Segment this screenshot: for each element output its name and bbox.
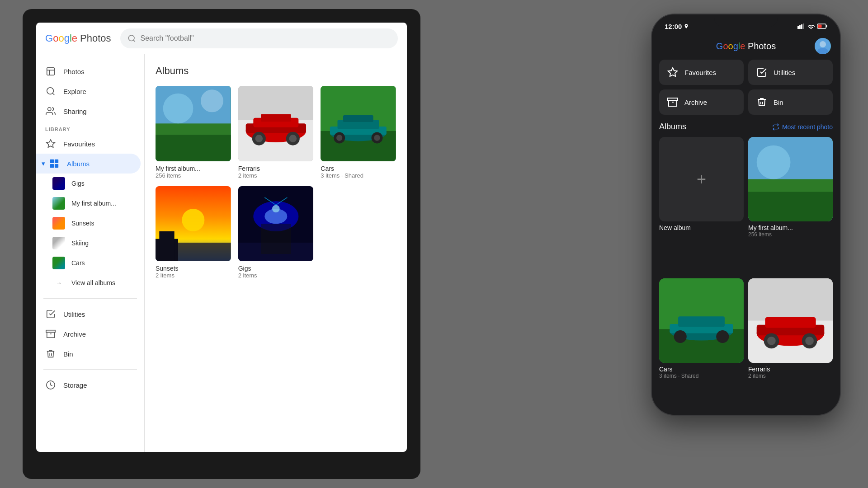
sidebar-label-photos: Photos <box>63 68 85 75</box>
album-image-gigs <box>238 186 314 262</box>
sub-album-gigs[interactable]: Gigs <box>45 174 141 193</box>
album-name-sunsets: Sunsets <box>156 265 231 272</box>
album-meta-cars: 3 items · Shared <box>321 172 396 179</box>
album-meta-my-first: 256 items <box>156 172 231 179</box>
phone-album-image-ferraris <box>748 278 833 363</box>
sub-thumb-skiing <box>52 237 65 249</box>
sub-album-cars[interactable]: Cars <box>45 253 141 273</box>
albums-expand-icon: ▾ <box>42 160 45 168</box>
phone-device: 12:00 <box>651 14 841 416</box>
phone-album-new[interactable]: + New album <box>659 137 744 274</box>
sidebar-item-favourites[interactable]: Favourites <box>36 134 141 154</box>
svg-rect-9 <box>46 330 55 333</box>
sidebar-label-archive: Archive <box>63 330 86 338</box>
albums-page-title: Albums <box>156 65 396 77</box>
laptop-screen: Google Photos <box>36 23 407 452</box>
phone-thumb-ferraris <box>748 278 833 363</box>
signal-icon <box>797 23 805 29</box>
phone-album-image-cars <box>659 278 744 363</box>
wifi-icon <box>807 23 815 29</box>
album-card-cars[interactable]: Cars 3 items · Shared <box>321 86 396 179</box>
sub-album-label-cars: Cars <box>71 259 85 267</box>
archive-icon <box>45 328 56 339</box>
sidebar-item-utilities[interactable]: Utilities <box>36 304 141 324</box>
sub-album-sunsets[interactable]: Sunsets <box>45 213 141 233</box>
utility-btn-utilities[interactable]: Utilities <box>748 60 833 85</box>
library-label: LIBRARY <box>36 121 144 134</box>
phone-album-my-first[interactable]: My first album... 256 items <box>748 137 833 274</box>
phone-album-image-my-first <box>748 137 833 221</box>
sidebar-divider-2 <box>43 369 137 370</box>
phone-album-cars[interactable]: Cars 3 items · Shared <box>659 278 744 415</box>
sidebar-item-photos[interactable]: Photos <box>36 61 141 81</box>
sub-thumb-my-first <box>52 197 65 210</box>
sidebar-label-explore: Explore <box>63 88 86 95</box>
phone-album-meta-my-first: 256 items <box>748 231 833 238</box>
phone-album-name-my-first: My first album... <box>748 224 833 231</box>
phone-album-ferraris[interactable]: Ferraris 2 items <box>748 278 833 415</box>
view-all-albums-item[interactable]: → View all albums <box>45 273 141 293</box>
album-thumb-ferraris <box>238 86 314 161</box>
explore-icon <box>45 86 56 97</box>
svg-point-25 <box>289 135 297 142</box>
phone-sort-button[interactable]: Most recent photo <box>772 123 833 131</box>
album-thumb-cars <box>321 86 396 161</box>
album-card-my-first[interactable]: My first album... 256 items <box>156 86 231 179</box>
sidebar-item-explore[interactable]: Explore <box>36 81 141 101</box>
search-bar[interactable] <box>120 28 398 48</box>
location-icon <box>684 23 689 29</box>
album-meta-sunsets: 2 items <box>156 272 231 279</box>
sidebar-item-albums[interactable]: ▾ Albums <box>36 154 141 174</box>
phone-album-name-ferraris: Ferraris <box>748 366 833 373</box>
sidebar: Photos Explore Sha <box>36 54 145 452</box>
favourites-star-icon <box>666 66 679 79</box>
sidebar-item-sharing[interactable]: Sharing <box>36 101 141 121</box>
sub-album-skiing[interactable]: Skiing <box>45 233 141 253</box>
svg-rect-5 <box>50 160 54 163</box>
svg-rect-48 <box>261 224 291 254</box>
avatar[interactable] <box>815 38 831 54</box>
album-card-sunsets[interactable]: Sunsets 2 items <box>156 186 231 279</box>
svg-rect-49 <box>797 26 799 29</box>
sidebar-label-albums: Albums <box>67 160 90 168</box>
svg-point-34 <box>336 135 342 141</box>
photos-icon <box>45 66 56 77</box>
sharing-icon <box>45 106 56 117</box>
sidebar-label-storage: Storage <box>63 381 87 389</box>
phone-album-name-new: New album <box>659 224 744 231</box>
avatar-image <box>815 38 831 54</box>
sub-thumb-sunsets <box>52 217 65 230</box>
svg-point-24 <box>255 135 263 142</box>
phone-utilities: Favourites Utilities Archive <box>652 60 840 120</box>
utility-btn-favourites[interactable]: Favourites <box>659 60 744 85</box>
sub-album-my-first[interactable]: My first album... <box>45 193 141 213</box>
album-card-gigs[interactable]: Gigs 2 items <box>238 186 314 279</box>
sidebar-item-bin[interactable]: Bin <box>36 344 141 364</box>
svg-point-65 <box>757 145 791 179</box>
svg-rect-31 <box>343 115 373 122</box>
search-input[interactable] <box>141 34 391 42</box>
phone-status-icons <box>797 23 827 29</box>
phone-header: Google Photos <box>652 34 840 60</box>
phone-screen: 12:00 <box>652 14 840 415</box>
svg-rect-60 <box>668 98 678 100</box>
albums-content: Albums My first <box>145 54 407 452</box>
view-all-albums-label: View all albums <box>71 279 115 286</box>
svg-point-14 <box>163 94 193 124</box>
svg-point-2 <box>47 88 54 94</box>
utility-btn-bin[interactable]: Bin <box>748 89 833 115</box>
sub-album-label-skiing: Skiing <box>71 239 89 247</box>
svg-point-72 <box>716 330 729 343</box>
battery-icon <box>817 23 827 29</box>
phone-logo: Google Photos <box>716 41 776 52</box>
sidebar-item-storage[interactable]: Storage <box>36 375 141 395</box>
svg-point-35 <box>374 135 380 141</box>
sidebar-item-archive[interactable]: Archive <box>36 324 141 344</box>
album-thumb-my-first <box>156 86 231 161</box>
album-meta-gigs: 2 items <box>238 272 314 279</box>
svg-rect-1 <box>47 68 55 75</box>
sidebar-label-bin: Bin <box>63 350 73 358</box>
app-header: Google Photos <box>36 23 407 54</box>
album-card-ferraris[interactable]: Ferraris 2 items <box>238 86 314 179</box>
utility-btn-archive[interactable]: Archive <box>659 89 744 115</box>
